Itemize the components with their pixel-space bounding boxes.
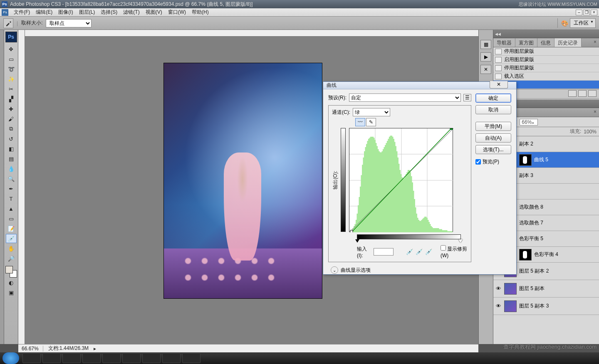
- history-new-button[interactable]: [578, 90, 587, 97]
- layer-row[interactable]: 👁图层 5 副本 3: [493, 298, 599, 315]
- history-trash-button[interactable]: [588, 90, 597, 97]
- layer-name[interactable]: 副本: [504, 188, 597, 195]
- layer-name[interactable]: 曲线 5: [534, 156, 597, 163]
- dock-grid-icon[interactable]: ▦: [480, 40, 491, 49]
- menu-layer[interactable]: 图层(L): [76, 8, 98, 17]
- curve-point-tool[interactable]: 〰: [355, 118, 365, 126]
- doc-restore-button[interactable]: ❐: [583, 10, 590, 15]
- taskbar-item[interactable]: [122, 353, 141, 363]
- eyedropper-icon[interactable]: [3, 18, 13, 28]
- smooth-button[interactable]: 平滑(M): [475, 122, 511, 131]
- taskbar-item[interactable]: [102, 353, 121, 363]
- menu-view[interactable]: 视图(V): [143, 8, 165, 17]
- preset-select[interactable]: 自定: [349, 93, 461, 102]
- eraser-tool[interactable]: ◧: [6, 144, 17, 153]
- taskbar-item[interactable]: [42, 353, 61, 363]
- eyedropper-tool[interactable]: 💉: [6, 234, 17, 243]
- white-point-slider[interactable]: [458, 239, 463, 243]
- menu-file[interactable]: 文件(F): [11, 8, 33, 17]
- history-item[interactable]: 停用图层蒙版: [504, 64, 534, 71]
- zoom-level[interactable]: 66.67%: [22, 346, 43, 352]
- menu-select[interactable]: 选择(S): [98, 8, 120, 17]
- fg-color[interactable]: [5, 266, 13, 273]
- zoom-tool[interactable]: 🔎: [6, 254, 17, 263]
- preset-menu-icon[interactable]: ☰: [463, 94, 471, 101]
- layer-name[interactable]: 图层 5 副本: [519, 285, 597, 292]
- panel-close-icon[interactable]: ×: [591, 38, 599, 47]
- layer-row[interactable]: 👁图层 5 副本: [493, 280, 599, 298]
- menu-filter[interactable]: 滤镜(T): [120, 8, 142, 17]
- ruler-horizontal[interactable]: [25, 30, 478, 37]
- stamp-tool[interactable]: ⧉: [6, 124, 17, 133]
- taskbar-item[interactable]: [22, 353, 41, 363]
- ruler-vertical[interactable]: [18, 30, 25, 344]
- path-select-tool[interactable]: ▲: [6, 204, 17, 213]
- screenmode-tool[interactable]: ▣: [6, 288, 17, 297]
- input-gradient[interactable]: [357, 234, 461, 239]
- dodge-tool[interactable]: 🔍: [6, 174, 17, 183]
- workspace-dropdown[interactable]: 工作区: [570, 18, 596, 28]
- cancel-button[interactable]: 取消: [475, 105, 511, 114]
- doc-close-button[interactable]: ×: [591, 10, 597, 15]
- taskbar-item[interactable]: [162, 353, 181, 363]
- taskbar-item[interactable]: [82, 353, 101, 363]
- black-dropper-icon[interactable]: 💉: [406, 248, 413, 255]
- layer-name[interactable]: 色彩平衡 4: [534, 251, 597, 258]
- move-tool[interactable]: ✥: [6, 44, 17, 54]
- palette-icon[interactable]: 🎨: [561, 20, 568, 27]
- layer-name[interactable]: 副本 2: [519, 140, 597, 148]
- doc-minimize-button[interactable]: –: [576, 10, 582, 15]
- layer-name[interactable]: 色彩平衡 5: [519, 235, 597, 242]
- channel-select[interactable]: 绿: [353, 108, 390, 116]
- left-dock-strip[interactable]: [0, 30, 4, 344]
- layer-name[interactable]: 图层 5 副本 2: [519, 268, 597, 275]
- history-item[interactable]: 停用图层蒙版: [504, 48, 534, 55]
- crop-tool[interactable]: ✂: [6, 84, 17, 93]
- tab-navigator[interactable]: 导航器: [493, 38, 515, 47]
- taskbar-item[interactable]: [182, 353, 200, 363]
- notes-tool[interactable]: 📝: [6, 224, 17, 233]
- taskbar-item[interactable]: [142, 353, 161, 363]
- layer-name[interactable]: 副本 3: [519, 172, 597, 179]
- expand-options-icon[interactable]: ⌄: [331, 266, 338, 274]
- panel-close-icon[interactable]: ×: [591, 108, 599, 117]
- brush-tool[interactable]: 🖌: [6, 114, 17, 123]
- menu-edit[interactable]: 编辑(E): [33, 8, 55, 17]
- visibility-icon[interactable]: 👁: [495, 303, 502, 309]
- expand-label[interactable]: 曲线显示选项: [341, 267, 371, 274]
- taskbar-item[interactable]: [62, 353, 81, 363]
- input-value[interactable]: [374, 248, 394, 256]
- history-item[interactable]: 载入选区: [504, 73, 524, 80]
- history-brush-tool[interactable]: ↺: [6, 134, 17, 143]
- ok-button[interactable]: 确定: [475, 93, 511, 103]
- gray-dropper-icon[interactable]: 💉: [416, 248, 423, 255]
- dock-tools-icon[interactable]: ✕: [480, 65, 491, 74]
- options-button[interactable]: 选项(T)...: [475, 145, 511, 154]
- layer-name[interactable]: 选取颜色 8: [519, 204, 597, 211]
- curves-graph[interactable]: [349, 128, 453, 232]
- heal-tool[interactable]: ✚: [6, 104, 17, 113]
- start-button[interactable]: [2, 352, 19, 364]
- menu-help[interactable]: 帮助(H): [189, 8, 212, 17]
- opacity-value[interactable]: 66%: [520, 119, 538, 125]
- type-tool[interactable]: T: [6, 194, 17, 203]
- dialog-titlebar[interactable]: 曲线: [323, 82, 516, 89]
- quickmask-tool[interactable]: ◐: [6, 278, 17, 287]
- layer-name[interactable]: 图层 5 副本 3: [519, 303, 597, 310]
- lasso-tool[interactable]: ➰: [6, 64, 17, 74]
- preview-checkbox[interactable]: [475, 159, 481, 165]
- tab-info[interactable]: 信息: [537, 38, 554, 47]
- wand-tool[interactable]: ✨: [6, 74, 17, 84]
- menu-image[interactable]: 图像(I): [55, 8, 76, 17]
- visibility-icon[interactable]: 👁: [495, 285, 502, 292]
- history-snapshot-button[interactable]: [568, 90, 577, 97]
- tab-histogram[interactable]: 直方图: [515, 38, 537, 47]
- show-clipping-checkbox[interactable]: [441, 245, 446, 251]
- gradient-tool[interactable]: ▤: [6, 154, 17, 163]
- fill-value[interactable]: 100%: [584, 129, 597, 135]
- color-swatch[interactable]: [5, 266, 17, 278]
- hand-tool[interactable]: ✋: [6, 244, 17, 253]
- status-menu-icon[interactable]: ▸: [94, 346, 96, 352]
- black-point-slider[interactable]: [355, 239, 359, 243]
- marquee-tool[interactable]: ▭: [6, 54, 17, 64]
